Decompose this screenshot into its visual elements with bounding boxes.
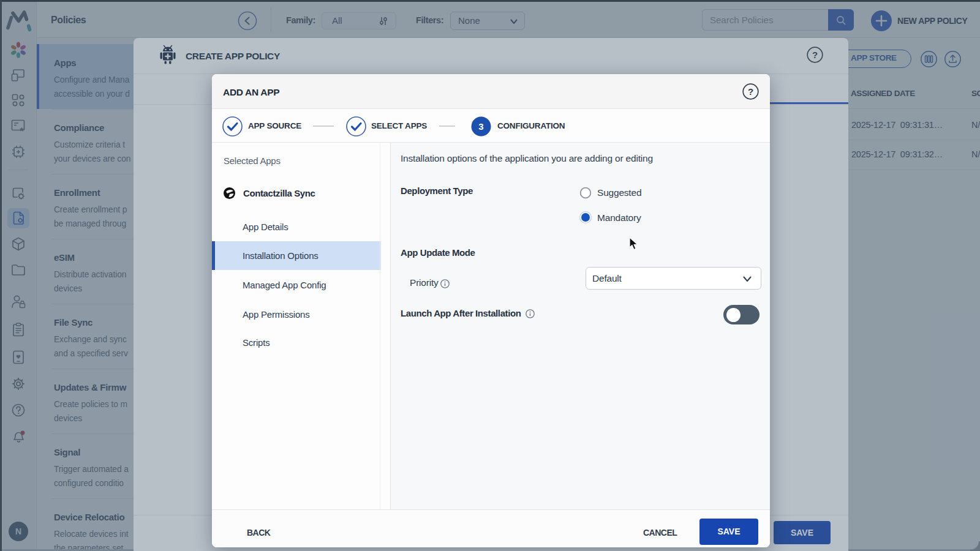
- svg-text:?: ?: [748, 86, 753, 97]
- svg-text:3: 3: [478, 121, 483, 132]
